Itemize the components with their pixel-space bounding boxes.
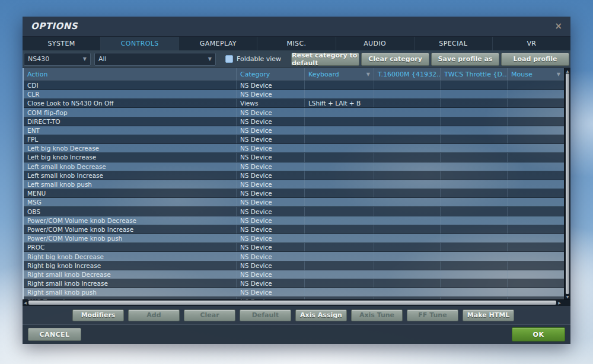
action-cell[interactable]: ENT xyxy=(24,126,236,135)
keyboard-cell[interactable] xyxy=(304,180,374,189)
table-row[interactable]: Left small knob DecreaseNS Device xyxy=(24,162,564,171)
keyboard-cell[interactable] xyxy=(304,252,374,260)
twcs-cell[interactable] xyxy=(440,279,507,288)
category-cell[interactable]: NS Device xyxy=(236,270,304,279)
twcs-cell[interactable] xyxy=(440,162,507,171)
category-cell[interactable]: NS Device xyxy=(236,162,304,171)
tab-audio[interactable]: AUDIO xyxy=(336,37,414,51)
action-cell[interactable]: CDI xyxy=(24,81,236,90)
t16000m-cell[interactable] xyxy=(374,180,440,189)
twcs-cell[interactable] xyxy=(440,180,507,189)
t16000m-cell[interactable] xyxy=(374,243,440,251)
t16000m-cell[interactable] xyxy=(374,162,440,171)
mouse-cell[interactable] xyxy=(507,144,564,152)
tab-misc[interactable]: MISC. xyxy=(257,37,335,51)
table-row[interactable]: MENUNS Device xyxy=(24,189,564,198)
t16000m-cell[interactable] xyxy=(374,261,440,270)
twcs-cell[interactable] xyxy=(440,288,507,296)
ok-button[interactable]: OK xyxy=(512,327,565,341)
action-cell[interactable]: COM flip-flop xyxy=(24,108,236,116)
twcs-cell[interactable] xyxy=(440,81,507,90)
column-header[interactable]: Keyboard▼ xyxy=(304,68,374,81)
table-row[interactable]: PROCNS Device xyxy=(24,243,564,252)
tab-controls[interactable]: CONTROLS xyxy=(100,37,178,51)
clear-category-button[interactable]: Clear category xyxy=(361,53,429,66)
action-cell[interactable]: CLR xyxy=(24,90,236,98)
keyboard-cell[interactable] xyxy=(304,171,374,180)
mouse-cell[interactable] xyxy=(507,117,564,126)
keyboard-cell[interactable] xyxy=(304,270,374,279)
table-row[interactable]: Power/COM Volume knob DecreaseNS Device xyxy=(24,216,564,225)
category-cell[interactable]: NS Device xyxy=(236,279,304,288)
t16000m-cell[interactable] xyxy=(374,117,440,126)
action-cell[interactable]: PROC xyxy=(24,243,236,251)
category-cell[interactable]: NS Device xyxy=(236,252,304,260)
column-header[interactable]: Mouse▼ xyxy=(507,68,564,81)
keyboard-cell[interactable] xyxy=(304,207,374,215)
category-select[interactable]: All ▼ xyxy=(94,53,216,66)
t16000m-cell[interactable] xyxy=(374,189,440,197)
action-cell[interactable]: Right small knob Increase xyxy=(24,279,236,288)
save-profile-as-button[interactable]: Save profile as xyxy=(431,53,499,66)
t16000m-cell[interactable] xyxy=(374,279,440,288)
mouse-cell[interactable] xyxy=(507,270,564,279)
foldable-view-checkbox[interactable] xyxy=(225,55,233,63)
mouse-cell[interactable] xyxy=(507,180,564,189)
mouse-cell[interactable] xyxy=(507,216,564,225)
table-row[interactable]: FPLNS Device xyxy=(24,135,564,144)
keyboard-cell[interactable]: LShift + LAlt + B xyxy=(304,99,374,107)
mouse-cell[interactable] xyxy=(507,198,564,206)
table-row[interactable]: DIRECT-TONS Device xyxy=(24,117,564,126)
mouse-cell[interactable] xyxy=(507,126,564,135)
category-cell[interactable]: NS Device xyxy=(236,207,304,215)
action-cell[interactable]: MENU xyxy=(24,189,236,197)
t16000m-cell[interactable] xyxy=(374,207,440,215)
column-header[interactable]: T.16000M {41932...▼ xyxy=(374,68,440,81)
t16000m-cell[interactable] xyxy=(374,108,440,116)
twcs-cell[interactable] xyxy=(440,243,507,251)
modifiers-button[interactable]: Modifiers xyxy=(72,309,124,321)
reset-category-to-default-button[interactable]: Reset category to default xyxy=(291,53,359,66)
keyboard-cell[interactable] xyxy=(304,81,374,90)
table-row[interactable]: Close Look to NS430 On OffViewsLShift + … xyxy=(24,99,564,108)
table-row[interactable]: Left small knob IncreaseNS Device xyxy=(24,171,564,180)
table-row[interactable]: Left big knob DecreaseNS Device xyxy=(24,144,564,153)
t16000m-cell[interactable] xyxy=(374,99,440,107)
table-row[interactable]: Right big knob IncreaseNS Device xyxy=(24,261,564,270)
table-row[interactable]: OBSNS Device xyxy=(24,207,564,216)
twcs-cell[interactable] xyxy=(440,270,507,279)
mouse-cell[interactable] xyxy=(507,171,564,180)
action-cell[interactable]: Left big knob Decrease xyxy=(24,144,236,152)
mouse-cell[interactable] xyxy=(507,81,564,90)
keyboard-cell[interactable] xyxy=(304,153,374,161)
t16000m-cell[interactable] xyxy=(374,171,440,180)
tab-gameplay[interactable]: GAMEPLAY xyxy=(178,37,257,51)
load-profile-button[interactable]: Load profile xyxy=(501,53,569,66)
action-cell[interactable]: FPL xyxy=(24,135,236,143)
t16000m-cell[interactable] xyxy=(374,135,440,143)
table-row[interactable]: MSGNS Device xyxy=(24,198,564,207)
action-cell[interactable]: Right big knob Increase xyxy=(24,261,236,270)
table-row[interactable]: Right small knob DecreaseNS Device xyxy=(24,270,564,279)
twcs-cell[interactable] xyxy=(440,234,507,242)
category-cell[interactable]: NS Device xyxy=(236,243,304,251)
keyboard-cell[interactable] xyxy=(304,108,374,116)
twcs-cell[interactable] xyxy=(440,117,507,126)
keyboard-cell[interactable] xyxy=(304,117,374,126)
keyboard-cell[interactable] xyxy=(304,216,374,225)
action-cell[interactable]: Power/COM Volume knob Decrease xyxy=(24,216,236,225)
t16000m-cell[interactable] xyxy=(374,144,440,152)
twcs-cell[interactable] xyxy=(440,126,507,135)
mouse-cell[interactable] xyxy=(507,261,564,270)
t16000m-cell[interactable] xyxy=(374,234,440,242)
mouse-cell[interactable] xyxy=(507,279,564,288)
keyboard-cell[interactable] xyxy=(304,234,374,242)
keyboard-cell[interactable] xyxy=(304,225,374,234)
category-cell[interactable]: NS Device xyxy=(236,171,304,180)
twcs-cell[interactable] xyxy=(440,144,507,152)
action-cell[interactable]: Right big knob Decrease xyxy=(24,252,236,260)
scroll-left-icon[interactable]: ◀ xyxy=(23,301,28,305)
action-cell[interactable]: DIRECT-TO xyxy=(24,117,236,126)
t16000m-cell[interactable] xyxy=(374,270,440,279)
action-cell[interactable]: Left small knob Decrease xyxy=(24,162,236,171)
